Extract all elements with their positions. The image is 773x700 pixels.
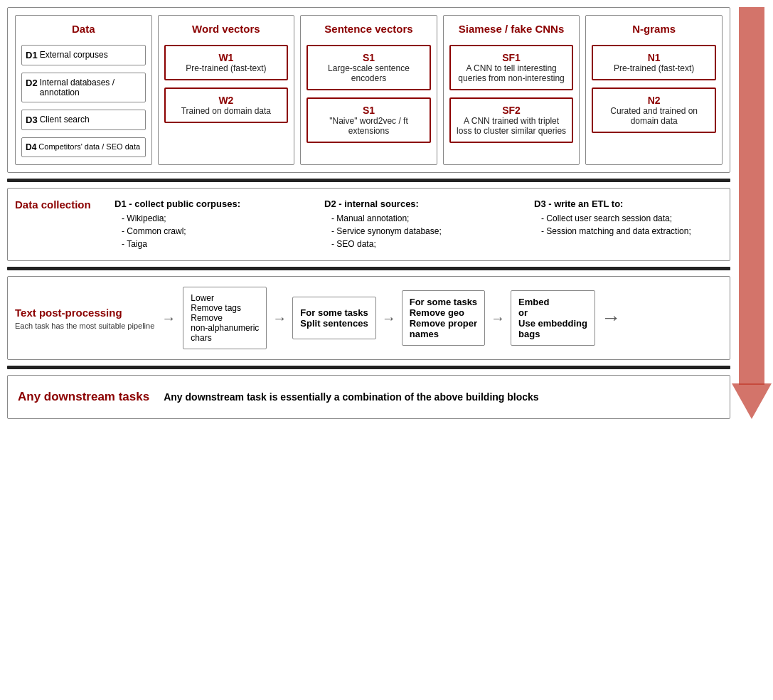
main-container: Data D1 External corpuses D2 Internal da… xyxy=(7,7,766,419)
dc-group-2: D2 - internal sources: Manual annotation… xyxy=(324,198,513,250)
d1-text: External corpuses xyxy=(40,50,108,60)
s1b-text: "Naive" word2vec / ft extensions xyxy=(312,116,425,136)
text-processing-sublabel: Each task has the most suitable pipeline xyxy=(15,322,154,330)
dc-list-3-item-1: Collect user search session data; xyxy=(541,212,723,225)
s1-id: S1 xyxy=(312,52,425,63)
sf2-id: SF2 xyxy=(455,105,568,116)
dc-group-2-title: D2 - internal sources: xyxy=(324,198,513,209)
sf2-card: SF2 A CNN trained with triplet loss to c… xyxy=(449,97,574,143)
w2-text: Trained on domain data xyxy=(170,106,283,116)
text-processing-label: Text post-processing Each task has the m… xyxy=(15,307,154,330)
d2-item: D2 Internal databases / annotation xyxy=(21,73,146,102)
separator-1 xyxy=(7,179,730,182)
n1-id: N1 xyxy=(597,52,710,63)
flow-arrow xyxy=(737,7,766,419)
data-column: Data D1 External corpuses D2 Internal da… xyxy=(15,15,152,165)
dc-group-3: D3 - write an ETL to: Collect user searc… xyxy=(534,198,723,250)
tp-box-3-line2: Remove geo xyxy=(410,307,477,318)
d2-id: D2 xyxy=(26,78,38,88)
s1-card: S1 Large-scale sentence encoders xyxy=(306,45,431,90)
n1-card: N1 Pre-trained (fast-text) xyxy=(592,45,716,80)
text-processing-title: Text post-processing xyxy=(15,307,154,319)
downstream-section: Any downstream tasks Any downstream task… xyxy=(7,375,730,419)
tp-box-1-line4: non-alphanumeric xyxy=(191,323,259,333)
n1-text: Pre-trained (fast-text) xyxy=(597,63,710,73)
dc-group-3-title: D3 - write an ETL to: xyxy=(534,198,723,209)
tp-box-4-line4: bags xyxy=(518,329,587,339)
w1-text: Pre-trained (fast-text) xyxy=(170,63,283,73)
w1-id: W1 xyxy=(170,52,283,63)
downstream-title: Any downstream tasks xyxy=(18,390,149,404)
dc-list-2-item-3: SEO data; xyxy=(331,238,513,250)
s1-text: Large-scale sentence encoders xyxy=(312,63,425,83)
d3-id: D3 xyxy=(26,115,38,125)
sentence-vectors-title: Sentence vectors xyxy=(324,23,412,35)
dc-list-2-item-2: Service synonym database; xyxy=(331,225,513,238)
ngrams-column: N-grams N1 Pre-trained (fast-text) N2 Cu… xyxy=(585,15,723,165)
d3-item: D3 Client search xyxy=(21,110,146,130)
tp-flow: Lower Remove tags Remove non-alphanumeri… xyxy=(183,287,723,349)
d3-text: Client search xyxy=(40,115,90,124)
tp-box-3-line1: For some tasks xyxy=(410,297,477,307)
n2-text: Curated and trained on domain data xyxy=(597,106,710,126)
separator-3 xyxy=(7,366,730,369)
tp-arrow-in: → xyxy=(161,310,176,327)
tp-box-4-line1: Embed xyxy=(518,297,587,307)
tp-box-3: For some tasks Remove geo Remove proper … xyxy=(402,290,485,346)
dc-group-1: D1 - collect public corpuses: Wikipedia;… xyxy=(114,198,303,250)
s1b-card: S1 "Naive" word2vec / ft extensions xyxy=(306,97,431,143)
dc-list-3-item-2: Session matching and data extraction; xyxy=(541,225,723,238)
d4-item: D4 Competitors' data / SEO data xyxy=(21,137,146,157)
data-collection-section: Data collection D1 - collect public corp… xyxy=(7,188,730,261)
tp-arrow-final: → xyxy=(601,307,621,329)
tp-box-3-line3: Remove proper xyxy=(410,318,477,329)
downstream-label: Any downstream tasks xyxy=(18,390,149,404)
siamese-title: Siamese / fake CNNs xyxy=(459,23,564,35)
w2-id: W2 xyxy=(170,95,283,106)
tp-box-3-line4: names xyxy=(410,329,477,339)
n2-id: N2 xyxy=(597,95,710,106)
tp-box-1-line3: Remove xyxy=(191,313,259,323)
downstream-text: Any downstream task is essentially a com… xyxy=(164,391,538,403)
tp-box-4-line3: Use embedding xyxy=(518,318,587,329)
dc-list-1-item-3: Taiga xyxy=(122,238,303,250)
dc-list-1-item-2: Common crawl; xyxy=(122,225,303,238)
arrow-shaft xyxy=(739,7,764,385)
data-column-title: Data xyxy=(72,23,95,35)
sf2-text: A CNN trained with triplet loss to clust… xyxy=(455,116,568,136)
dc-list-2: Manual annotation; Service synonym datab… xyxy=(324,212,513,250)
w2-card: W2 Trained on domain data xyxy=(164,88,289,123)
d1-id: D1 xyxy=(26,50,38,60)
sf1-text: A CNN to tell interesting queries from n… xyxy=(455,63,568,83)
siamese-column: Siamese / fake CNNs SF1 A CNN to tell in… xyxy=(443,15,580,165)
dc-list-1-item-1: Wikipedia; xyxy=(122,212,303,225)
tp-box-1-line1: Lower xyxy=(191,293,259,303)
separator-2 xyxy=(7,267,730,270)
sentence-vectors-column: Sentence vectors S1 Large-scale sentence… xyxy=(300,15,437,165)
dc-list-2-item-1: Manual annotation; xyxy=(331,212,513,225)
s1b-id: S1 xyxy=(312,105,425,116)
tp-box-2: For some tasks Split sentences xyxy=(292,297,375,339)
d4-text: Competitors' data / SEO data xyxy=(38,142,140,151)
sf1-card: SF1 A CNN to tell interesting queries fr… xyxy=(449,45,574,90)
tp-box-4-line2: or xyxy=(518,307,587,318)
sf1-id: SF1 xyxy=(455,52,568,63)
tp-arrow-4: → xyxy=(491,310,505,327)
data-collection-label: Data collection xyxy=(15,198,100,211)
d2-text: Internal databases / annotation xyxy=(40,78,142,97)
d4-id: D4 xyxy=(26,142,36,152)
top-section: Data D1 External corpuses D2 Internal da… xyxy=(7,7,730,173)
tp-arrow-2: → xyxy=(272,310,287,327)
tp-box-2-line2: Split sentences xyxy=(300,318,368,329)
w1-card: W1 Pre-trained (fast-text) xyxy=(164,45,289,80)
d1-item: D1 External corpuses xyxy=(21,45,146,65)
tp-arrow-3: → xyxy=(382,310,396,327)
dc-list-1: Wikipedia; Common crawl; Taiga xyxy=(114,212,303,250)
tp-box-2-line1: For some tasks xyxy=(300,307,368,318)
dc-group-1-title: D1 - collect public corpuses: xyxy=(114,198,303,209)
word-vectors-title: Word vectors xyxy=(192,23,260,35)
ngrams-title: N-grams xyxy=(632,23,676,35)
tp-box-1: Lower Remove tags Remove non-alphanumeri… xyxy=(183,287,267,349)
n2-card: N2 Curated and trained on domain data xyxy=(592,88,716,133)
word-vectors-column: Word vectors W1 Pre-trained (fast-text) … xyxy=(158,15,295,165)
